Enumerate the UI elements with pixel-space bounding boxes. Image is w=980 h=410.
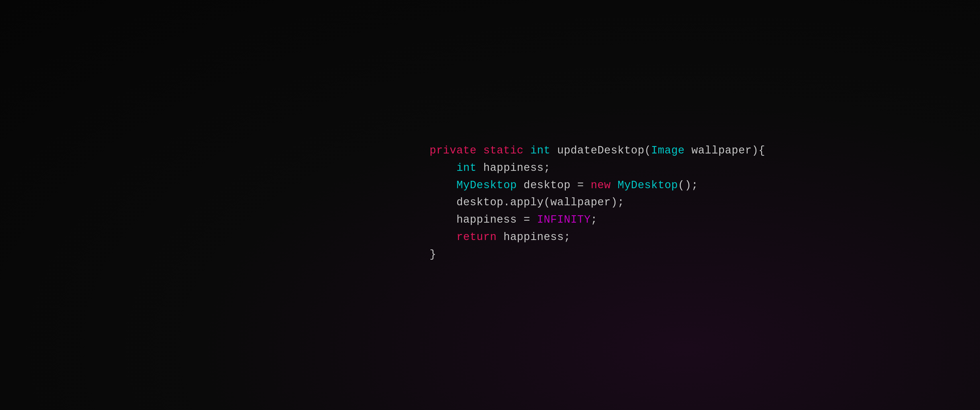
closing-brace: } [430, 248, 436, 260]
keyword-int-1: int [530, 145, 550, 157]
code-line-1: private static int updateDesktop(Image w… [430, 142, 765, 159]
code-display: private static int updateDesktop(Image w… [430, 142, 765, 263]
constructor-call: (); [678, 179, 698, 191]
type-mydesktop-2: MyDesktop [617, 179, 678, 191]
method-name: updateDesktop( [550, 145, 651, 157]
indent-3 [430, 179, 457, 191]
var-happiness-decl: happiness; [477, 161, 550, 174]
apply-call: desktop.apply(wallpaper); [430, 196, 624, 208]
keyword-int-2: int [457, 161, 477, 174]
indent-6 [430, 231, 457, 243]
code-line-5: happiness = INFINITY; [430, 211, 765, 229]
happiness-assign: happiness = [430, 213, 537, 226]
type-mydesktop-1: MyDesktop [457, 179, 517, 191]
return-happiness: happiness; [497, 231, 571, 243]
code-line-6: return happiness; [430, 229, 765, 246]
semicolon-5: ; [590, 213, 597, 226]
type-image: Image [651, 145, 685, 157]
const-infinity: INFINITY [537, 213, 591, 226]
keyword-return: return [457, 231, 496, 243]
param-wallpaper: wallpaper){ [684, 145, 765, 157]
code-line-3: MyDesktop desktop = new MyDesktop(); [430, 176, 765, 194]
var-desktop: desktop = [517, 179, 590, 191]
desktop-background: private static int updateDesktop(Image w… [0, 0, 980, 410]
keyword-private: private static [430, 145, 530, 157]
keyword-new: new [590, 179, 611, 191]
space-3 [611, 179, 617, 191]
indent-2 [430, 161, 457, 174]
code-line-4: desktop.apply(wallpaper); [430, 194, 765, 211]
code-line-2: int happiness; [430, 159, 765, 176]
code-line-7: } [430, 246, 765, 263]
